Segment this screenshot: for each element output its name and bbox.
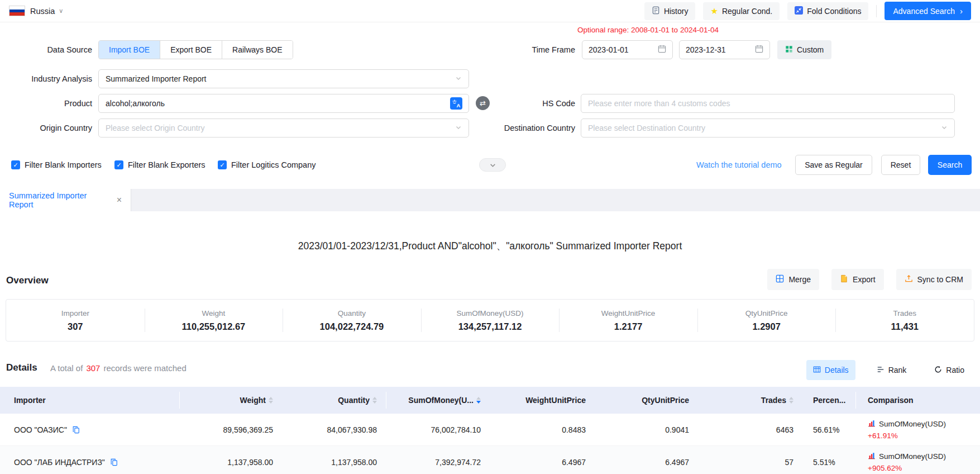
view-ratio-button[interactable]: Ratio [928, 360, 971, 380]
hs-code-label: HS Code [486, 94, 575, 113]
qty-unit-price-value: 0.9041 [595, 414, 698, 445]
stat-value: 307 [68, 321, 83, 332]
comparison-metric: SumOfMoney(USD) [879, 420, 946, 428]
export-button[interactable]: Export [831, 269, 883, 290]
column-header-importer: Importer [0, 387, 179, 414]
destination-country-select[interactable]: Please select Destination Country [581, 118, 955, 138]
weight-unit-price-value: 6.4967 [490, 446, 595, 474]
filter-blank-importers-checkbox[interactable]: ✓ Filter Blank Importers [11, 155, 102, 175]
filter-blank-exporters-checkbox[interactable]: ✓ Filter Blank Exporters [114, 155, 205, 175]
reset-button[interactable]: Reset [881, 155, 920, 175]
total-count: 307 [86, 363, 100, 373]
end-date-input[interactable]: 2023-12-31 [679, 40, 770, 59]
sort-carets-icon[interactable] [372, 397, 377, 404]
advanced-search-button[interactable]: Advanced Search › [885, 2, 971, 20]
bar-chart-icon [868, 419, 876, 429]
copy-icon[interactable] [110, 458, 118, 466]
stat-value: 11,431 [891, 321, 919, 332]
chevron-down-icon [941, 124, 948, 132]
weight-value: 1,137,958.00 [179, 446, 282, 474]
view-details-button[interactable]: Details [806, 360, 855, 380]
stat-value: 1.2177 [614, 321, 642, 332]
merge-label: Merge [788, 275, 811, 284]
chevron-down-icon[interactable]: ∨ [59, 7, 63, 15]
divider [855, 392, 856, 409]
advanced-search-label: Advanced Search [893, 7, 955, 16]
star-icon: ★ [710, 7, 718, 15]
sync-to-crm-button[interactable]: Sync to CRM [896, 269, 972, 290]
product-input[interactable] [98, 94, 469, 113]
data-source-label: Data Source [0, 40, 92, 59]
overview-actions: Merge Export Sync to CRM [767, 269, 972, 290]
column-header-comparison: Comparison [855, 387, 980, 414]
column-header-quantity[interactable]: Quantity [282, 387, 386, 414]
custom-range-button[interactable]: Custom [777, 40, 831, 59]
copy-icon[interactable] [72, 426, 80, 434]
divider [179, 392, 180, 409]
stat-qty-unit-price: QtyUnitPrice 1.2907 [697, 300, 836, 341]
translate-icon[interactable]: A [450, 97, 462, 111]
tab-summarized-importer-report[interactable]: Summarized Importer Report × [0, 189, 131, 211]
column-header-sum-of-money[interactable]: SumOfMoney(U... [386, 387, 490, 414]
stat-value: 1.2907 [752, 321, 780, 332]
sum-of-money-value: 7,392,974.72 [386, 446, 490, 474]
stat-trades: Trades 11,431 [835, 300, 974, 341]
search-button[interactable]: Search [928, 155, 972, 175]
view-rank-label: Rank [888, 366, 907, 375]
trades-value: 6463 [698, 414, 802, 445]
tab-railways-boe[interactable]: Railways BOE [222, 41, 292, 59]
fold-conditions-label: Fold Conditions [807, 7, 861, 16]
details-table: Importer Weight Quantity SumOfMoney(U...… [0, 387, 980, 474]
country-selector-label[interactable]: Russia [30, 7, 55, 16]
destination-country-placeholder: Please select Destination Country [588, 124, 705, 132]
filter-logistics-company-checkbox[interactable]: ✓ Filter Logitics Company [218, 155, 316, 175]
tab-title: Summarized Importer Report [9, 191, 110, 209]
column-header-percentage: Percen... [802, 387, 855, 414]
stat-sum-of-money: SumOfMoney(USD) 134,257,117.12 [421, 300, 560, 341]
stat-label: QtyUnitPrice [745, 309, 788, 317]
history-button[interactable]: History [644, 2, 696, 20]
comparison-metric: SumOfMoney(USD) [879, 452, 946, 461]
chevron-down-icon [455, 124, 462, 132]
industry-analysis-select[interactable]: Summarized Importer Report [98, 69, 469, 88]
export-file-icon [840, 274, 848, 285]
save-as-regular-button[interactable]: Save as Regular [795, 155, 872, 175]
column-header-weight-unit-price: WeightUnitPrice [490, 387, 595, 414]
fold-conditions-button[interactable]: Fold Conditions [787, 2, 868, 20]
history-icon [652, 6, 660, 16]
expand-conditions-button[interactable] [479, 158, 506, 172]
stat-label: SumOfMoney(USD) [457, 309, 524, 317]
custom-label: Custom [797, 45, 824, 54]
view-rank-button[interactable]: Rank [870, 360, 914, 380]
start-date-input[interactable]: 2023-01-01 [582, 40, 673, 59]
importer-name[interactable]: ООО "ОАЗИС" [14, 425, 67, 434]
stat-value: 104,022,724.79 [320, 321, 384, 332]
sync-icon [905, 274, 913, 285]
sort-carets-icon[interactable] [789, 397, 793, 404]
divider [876, 5, 877, 17]
sort-carets-icon[interactable] [269, 397, 273, 404]
regular-cond-button[interactable]: ★ Regular Cond. [703, 2, 780, 20]
hs-code-input[interactable] [581, 94, 955, 113]
origin-country-select[interactable]: Please select Origin Country [98, 118, 469, 138]
tab-export-boe[interactable]: Export BOE [160, 41, 222, 59]
tab-import-boe[interactable]: Import BOE [99, 41, 160, 59]
search-form: Optional range: 2008-01-01 to 2024-01-04… [0, 22, 980, 189]
column-header-weight[interactable]: Weight [179, 387, 282, 414]
stat-label: WeightUnitPrice [601, 309, 656, 317]
column-header-trades[interactable]: Trades [698, 387, 802, 414]
tutorial-link[interactable]: Watch the tutorial demo [696, 155, 782, 175]
checkbox-checked-icon: ✓ [114, 160, 123, 169]
sort-carets-icon[interactable] [476, 397, 481, 404]
column-header-qty-unit-price: QtyUnitPrice [595, 387, 698, 414]
close-icon[interactable]: × [117, 195, 122, 205]
stat-weight: Weight 110,255,012.67 [145, 300, 283, 341]
ratio-icon [934, 366, 942, 375]
column-label: Trades [761, 396, 786, 405]
merge-button[interactable]: Merge [767, 269, 819, 290]
data-source-tabs: Import BOE Export BOE Railways BOE [98, 40, 293, 59]
total-prefix: A total of [50, 363, 83, 373]
checkbox-label: Filter Blank Importers [25, 160, 102, 169]
stat-label: Importer [61, 309, 89, 317]
importer-name[interactable]: ООО "ЛАБ ИНДАСТРИЗ" [14, 458, 105, 467]
